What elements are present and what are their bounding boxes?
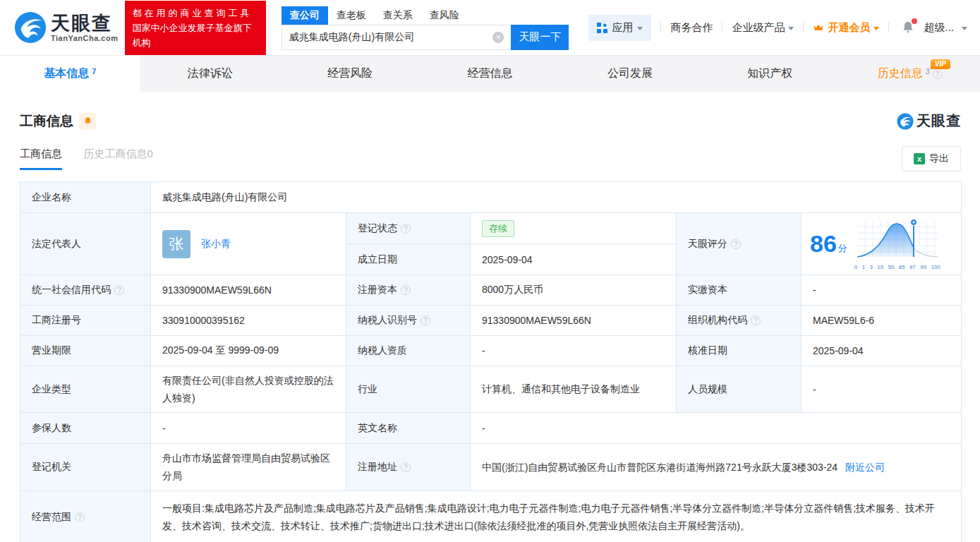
apps-menu[interactable]: 应用 [588, 15, 651, 41]
tab-count: 7 [92, 67, 96, 76]
tianyancha-logo[interactable]: 天眼查 TianYanCha.com [14, 11, 118, 44]
help-icon[interactable] [401, 224, 411, 234]
field-value-paid-capital: - [801, 275, 962, 306]
avatar[interactable]: 张 [162, 230, 190, 258]
search-tab-relation[interactable]: 查关系 [375, 6, 421, 25]
field-value-taxpayer-id: 91330900MAEW59L66N [471, 306, 677, 336]
notification-dot [912, 18, 917, 24]
chevron-down-icon [637, 27, 643, 30]
divider [803, 22, 804, 33]
field-label-reg-address: 注册地址 [346, 444, 471, 491]
field-value-business-scope: 一般项目:集成电路芯片及产品制造;集成电路芯片及产品销售;集成电路设计;电力电子… [151, 491, 962, 542]
tab-basic-info[interactable]: 基本信息7 [0, 56, 140, 92]
divider [722, 22, 722, 33]
tab-operating-risk[interactable]: 经营风险 [280, 56, 420, 92]
status-badge: 存续 [482, 220, 514, 237]
field-label-insured-count: 参保人数 [20, 413, 151, 444]
field-label-paid-capital: 实缴资本 [677, 275, 801, 306]
field-label-reg-status: 登记状态 [346, 213, 471, 244]
field-label-legal-rep: 法定代表人 [20, 213, 151, 275]
vip-badge: VIP [931, 59, 950, 69]
field-label-reg-authority: 登记机关 [20, 444, 151, 491]
field-value-business-term: 2025-09-04 至 9999-09-09 [151, 336, 346, 366]
subtab-history-business-info[interactable]: 历史工商信息0 [83, 147, 152, 168]
field-value-company-name: 威兆集成电路(舟山)有限公司 [151, 182, 962, 213]
field-value-reg-address: 中国(浙江)自由贸易试验区舟山市普陀区东港街道海州路721号永跃大厦3楼303-… [471, 444, 962, 491]
nav-enterprise-products[interactable]: 企业级产品 [732, 21, 794, 35]
field-value-establish-date: 2025-09-04 [471, 244, 677, 275]
nearby-companies-link[interactable]: 附近公司 [845, 459, 885, 476]
nav-cooperation[interactable]: 商务合作 [670, 21, 713, 35]
main-content: 工商信息 天眼查 工商信息 历史工商信息0 [0, 112, 980, 542]
score-unit: 分 [838, 242, 847, 255]
help-icon[interactable] [421, 315, 430, 325]
slogan-banner: 都在用的商业查询工具 国家中小企业发展子基金旗下机构 [125, 1, 265, 55]
top-nav: 应用 商务合作 企业级产品 开通会员 [588, 15, 967, 41]
field-label-approval-date: 核准日期 [677, 336, 801, 366]
field-label-english-name: 英文名称 [346, 413, 471, 444]
subtab-business-info[interactable]: 工商信息 [20, 147, 62, 170]
field-label-establish-date: 成立日期 [346, 244, 471, 275]
field-label-credit-code: 统一社会信用代码 [20, 275, 151, 306]
tab-operating-info[interactable]: 经营信息 [420, 56, 559, 92]
apps-grid-icon [597, 23, 607, 33]
logo-cn: 天眼查 [51, 13, 118, 34]
search-tab-company[interactable]: 查公司 [282, 6, 328, 25]
field-value-staff-size: - [801, 366, 962, 413]
field-value-credit-code: 91330900MAEW59L66N [151, 275, 346, 306]
tab-company-development[interactable]: 公司发展 [560, 56, 700, 92]
logo-en: TianYanCha.com [51, 34, 118, 42]
field-value-reg-status: 存续 [471, 213, 677, 244]
search-input[interactable] [282, 32, 493, 43]
help-icon[interactable] [401, 462, 411, 472]
tab-count: 3 [926, 67, 930, 76]
tianyancha-watermark: 天眼查 [897, 112, 961, 131]
field-value-taxpayer-quality: - [471, 336, 677, 366]
score-value: 86 [810, 230, 837, 258]
excel-icon [914, 153, 925, 164]
tab-intellectual-property[interactable]: 知识产权 [700, 56, 840, 92]
clear-icon[interactable] [492, 32, 504, 43]
export-button[interactable]: 导出 [902, 146, 961, 171]
notification-bell[interactable] [901, 20, 915, 35]
field-value-org-code: MAEW59L6-6 [801, 306, 962, 336]
field-value-company-type: 有限责任公司(非自然人投资或控股的法人独资) [151, 366, 346, 413]
help-icon[interactable] [401, 285, 411, 295]
field-label-business-scope: 经营范围 [20, 491, 151, 542]
subscribe-bell-icon[interactable] [79, 113, 96, 130]
nav-open-vip[interactable]: 开通会员 [813, 21, 879, 35]
field-label-reg-capital: 注册资本 [346, 275, 471, 306]
help-icon[interactable] [933, 69, 943, 79]
help-icon[interactable] [75, 512, 85, 522]
search-tab-risk[interactable]: 查风险 [421, 6, 468, 25]
nav-account[interactable]: 超级... [924, 21, 967, 35]
tianyancha-logo-icon [897, 113, 914, 130]
field-label-industry: 行业 [346, 366, 471, 413]
slogan-line1: 都在用的商业查询工具 [132, 6, 258, 20]
field-label-taxpayer-id: 纳税人识别号 [346, 306, 471, 336]
crown-icon [813, 23, 824, 32]
search-tabs: 查公司 查老板 查关系 查风险 [282, 6, 569, 25]
help-icon[interactable] [114, 285, 124, 295]
slogan-line2: 国家中小企业发展子基金旗下机构 [132, 20, 258, 50]
field-label-staff-size: 人员规模 [677, 366, 801, 413]
chevron-down-icon [788, 27, 794, 30]
help-icon[interactable] [751, 315, 761, 325]
field-label-company-type: 企业类型 [20, 366, 151, 413]
business-info-table: 企业名称 威兆集成电路(舟山)有限公司 法定代表人 张 张小青 登记状态 存续 … [20, 181, 961, 542]
field-value-legal-rep: 张 张小青 [151, 213, 346, 275]
page: 天眼查 TianYanCha.com 都在用的商业查询工具 国家中小企业发展子基… [0, 0, 980, 542]
company-tabs: 基本信息7 法律诉讼 经营风险 经营信息 公司发展 知识产权 VIP 历史信息3 [0, 55, 980, 92]
search-area: 查公司 查老板 查关系 查风险 天眼一下 [282, 6, 569, 50]
tab-legal-proceedings[interactable]: 法律诉讼 [140, 56, 279, 92]
field-label-reg-number: 工商注册号 [20, 306, 151, 336]
search-button[interactable]: 天眼一下 [511, 25, 569, 50]
search-tab-boss[interactable]: 查老板 [328, 6, 375, 25]
tianyancha-logo-icon [14, 11, 47, 44]
tab-history-info[interactable]: VIP 历史信息3 [840, 56, 980, 92]
legal-rep-link[interactable]: 张小青 [201, 238, 231, 251]
help-icon[interactable] [731, 239, 741, 249]
field-value-reg-authority: 舟山市市场监督管理局自由贸易试验区分局 [151, 444, 346, 491]
score-axis: 0131550859799100 [854, 264, 940, 270]
chevron-down-icon [962, 27, 967, 30]
